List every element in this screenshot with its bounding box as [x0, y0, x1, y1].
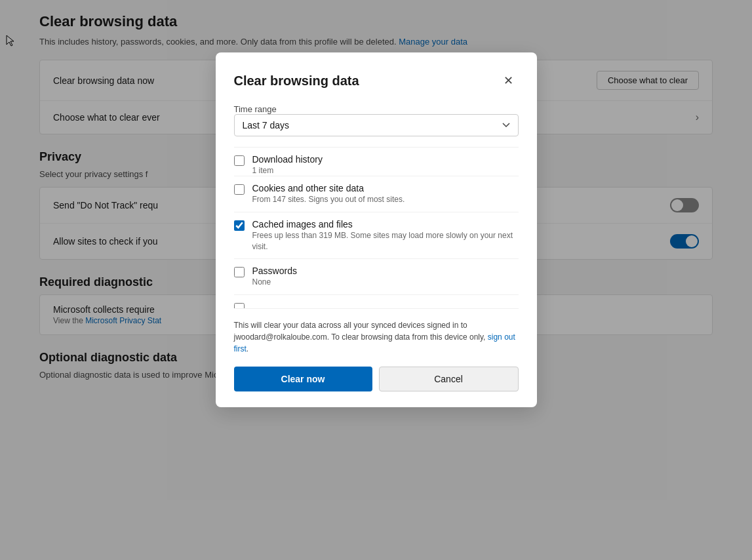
passwords-content: Passwords None	[252, 266, 519, 288]
cookies-desc: From 147 sites. Signs you out of most si…	[252, 194, 519, 205]
modal-buttons: Clear now Cancel	[234, 367, 519, 391]
passwords-item: Passwords None	[234, 259, 519, 295]
sync-notice: This will clear your data across all you…	[234, 319, 519, 355]
download-history-title: Download history	[252, 154, 519, 165]
download-history-content: Download history 1 item	[252, 154, 519, 176]
modal-overlay: Clear browsing data ✕ Time range Last ho…	[0, 0, 752, 560]
download-history-desc: 1 item	[252, 165, 519, 176]
modal-title: Clear browsing data	[234, 73, 359, 89]
more-item	[234, 295, 519, 309]
clear-now-button[interactable]: Clear now	[234, 367, 372, 391]
passwords-desc: None	[252, 277, 519, 288]
cookies-checkbox[interactable]	[234, 184, 245, 195]
cancel-button[interactable]: Cancel	[379, 367, 519, 391]
passwords-title: Passwords	[252, 266, 519, 276]
modal-header: Clear browsing data ✕	[234, 71, 519, 90]
cached-title: Cached images and files	[252, 219, 519, 230]
more-checkbox[interactable]	[234, 303, 245, 309]
download-history-item: Download history 1 item	[234, 148, 519, 176]
modal-close-button[interactable]: ✕	[499, 71, 519, 90]
passwords-checkbox[interactable]	[234, 267, 245, 277]
cookies-title: Cookies and other site data	[252, 183, 519, 193]
cookies-item: Cookies and other site data From 147 sit…	[234, 176, 519, 212]
download-history-checkbox[interactable]	[234, 155, 245, 166]
cached-item: Cached images and files Frees up less th…	[234, 212, 519, 260]
clear-browsing-modal: Clear browsing data ✕ Time range Last ho…	[216, 52, 537, 407]
cached-desc: Frees up less than 319 MB. Some sites ma…	[252, 230, 519, 252]
checkbox-list: Download history 1 item Cookies and othe…	[234, 147, 519, 309]
cached-checkbox[interactable]	[234, 220, 245, 231]
cached-content: Cached images and files Frees up less th…	[252, 219, 519, 252]
time-range-select[interactable]: Last hour Last 24 hours Last 7 days Last…	[234, 114, 519, 136]
time-range-label: Time range	[234, 104, 277, 114]
cookies-content: Cookies and other site data From 147 sit…	[252, 183, 519, 205]
